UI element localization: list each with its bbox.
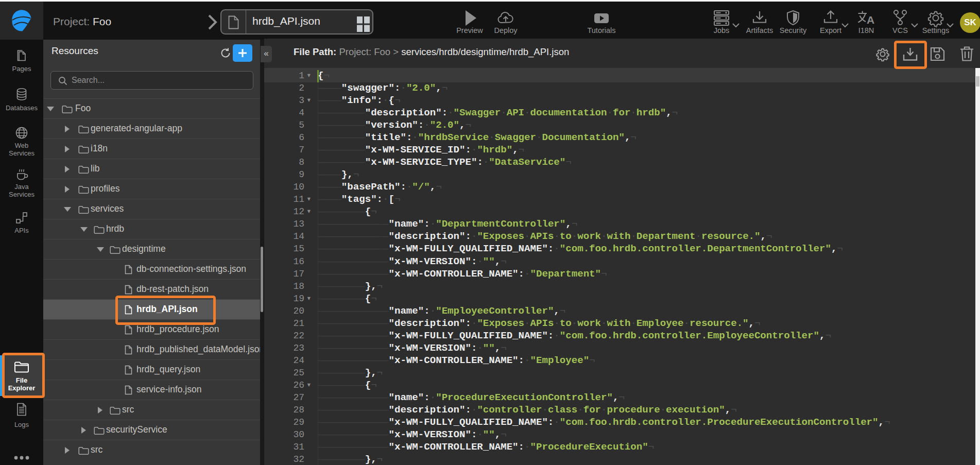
svg-text:A: A xyxy=(867,14,874,26)
